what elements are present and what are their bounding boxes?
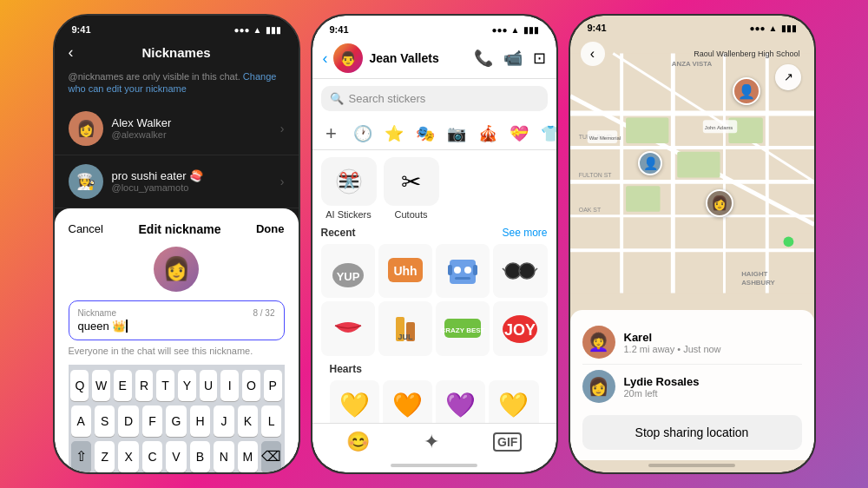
key-g[interactable]: G <box>166 406 186 437</box>
face-nav-icon[interactable]: 😊 <box>346 431 370 453</box>
svg-text:OAK ST: OAK ST <box>578 207 601 213</box>
recent-sticker-tab[interactable]: 🕐 <box>351 122 375 146</box>
sticker-search-bar[interactable]: 🔍 Search stickers <box>321 86 548 111</box>
key-r[interactable]: R <box>135 370 154 401</box>
hearts-title: Hearts <box>330 363 539 375</box>
svg-text:YUP: YUP <box>336 270 359 283</box>
back-button[interactable]: ‹ <box>69 43 74 62</box>
key-v[interactable]: V <box>166 441 186 472</box>
key-m[interactable]: M <box>238 441 258 472</box>
key-k[interactable]: K <box>238 406 258 437</box>
key-e[interactable]: E <box>114 370 132 401</box>
key-n[interactable]: N <box>214 441 233 472</box>
sticker-tab-1[interactable]: ⭐ <box>382 122 406 146</box>
key-o[interactable]: O <box>242 370 260 401</box>
sticker-joy[interactable]: JOY <box>493 301 547 355</box>
svg-text:JOY: JOY <box>504 321 536 339</box>
key-q[interactable]: Q <box>70 370 89 401</box>
cutouts-category[interactable]: ✂ Cutouts <box>384 157 439 220</box>
time-2: 9:41 <box>330 24 349 35</box>
sticker-crazy[interactable]: CRAZY BEST <box>436 301 490 355</box>
nickname-item-alex[interactable]: 👩 Alex Walker @alexwalker › <box>55 102 299 155</box>
sticker-tab-5[interactable]: 💝 <box>507 122 531 146</box>
key-u[interactable]: U <box>200 370 218 401</box>
home-indicator-2 <box>312 460 556 472</box>
phone-call-icon[interactable]: 📞 <box>474 49 493 68</box>
sticker-party[interactable]: JUL <box>378 301 432 355</box>
sticker-tab-4[interactable]: 🎪 <box>476 122 500 146</box>
name-karel: Karel <box>624 331 802 344</box>
see-more-button[interactable]: See more <box>502 227 547 239</box>
location-pin-3: 👩 <box>706 189 733 217</box>
key-x[interactable]: X <box>118 441 138 472</box>
nicknames-header: ‹ Nicknames <box>55 38 299 67</box>
avatar-karel: 👩‍🦱 <box>582 326 615 359</box>
key-p[interactable]: P <box>264 370 282 401</box>
key-l[interactable]: L <box>261 406 281 437</box>
key-j[interactable]: J <box>214 406 233 437</box>
signal-icons-1: ●●● ▲ ▮▮▮ <box>233 25 280 35</box>
chat-header: ‹ 👨 Jean Vallets 📞 📹 ⊡ <box>312 38 556 79</box>
back-button-chat[interactable]: ‹ <box>323 49 328 68</box>
map-back-button[interactable]: ‹ <box>581 42 605 66</box>
nickname-input-box[interactable]: Nickname 8 / 32 queen 👑 <box>69 300 285 340</box>
location-cards: 👩‍🦱 Karel 1.2 mi away • Just now 👩 Lydie… <box>570 310 814 460</box>
ai-stickers-category[interactable]: ✂️ AI Stickers <box>321 157 377 220</box>
video-call-icon[interactable]: 📹 <box>503 49 523 68</box>
edit-nickname-modal: Cancel Edit nickname Done 👩 Nickname 8 /… <box>55 208 299 472</box>
key-i[interactable]: I <box>220 370 239 401</box>
heart-1[interactable]: 💛 <box>330 380 379 424</box>
heart-2[interactable]: 🧡 <box>383 380 432 424</box>
recent-section: Recent See more YUP Uhh <box>312 227 556 423</box>
sticker-glasses[interactable] <box>493 244 547 298</box>
key-s[interactable]: S <box>95 406 115 437</box>
sticker-tab-2[interactable]: 🎭 <box>413 122 437 146</box>
map-header-overlay: ‹ Raoul Wallenberg High School <box>570 36 814 71</box>
sticker-lips[interactable] <box>321 301 375 355</box>
key-f[interactable]: F <box>142 406 162 437</box>
key-shift[interactable]: ⇧ <box>71 441 91 472</box>
heart-3[interactable]: 💜 <box>436 380 485 424</box>
sticker-robot[interactable] <box>436 244 490 298</box>
modal-header: Cancel Edit nickname Done <box>69 222 285 236</box>
text-cursor <box>126 320 128 333</box>
cancel-button[interactable]: Cancel <box>69 222 103 235</box>
key-z[interactable]: Z <box>95 441 115 472</box>
done-button[interactable]: Done <box>256 222 285 235</box>
key-c[interactable]: C <box>142 441 162 472</box>
key-h[interactable]: H <box>190 406 210 437</box>
sticker-panel: 🔍 Search stickers + 🕐 ⭐ 🎭 📷 🎪 💝 👕 <box>312 79 556 460</box>
svg-rect-8 <box>473 265 477 275</box>
sticker-tab-3[interactable]: 📷 <box>444 122 469 146</box>
heart-4[interactable]: 💛 <box>489 380 538 424</box>
stickers-screen: 9:41 ●●● ▲ ▮▮▮ ‹ 👨 Jean Vallets 📞 📹 ⊡ 🔍 <box>312 16 556 472</box>
detail-karel: 1.2 mi away • Just now <box>624 344 802 354</box>
more-options-icon[interactable]: ⊡ <box>533 49 546 68</box>
location-card-karel: 👩‍🦱 Karel 1.2 mi away • Just now <box>582 320 802 365</box>
star-nav-icon[interactable]: ✦ <box>424 431 439 453</box>
key-w[interactable]: W <box>92 370 110 401</box>
sticker-uhh[interactable]: Uhh <box>378 244 432 298</box>
signal-icon-2: ●●● <box>491 25 507 35</box>
key-y[interactable]: Y <box>178 370 196 401</box>
user-handle-sushi: @locu_yamamoto <box>112 182 280 193</box>
nicknames-title: Nicknames <box>141 45 210 60</box>
key-a[interactable]: A <box>71 406 91 437</box>
avatar-lydie: 👩 <box>582 370 615 403</box>
key-b[interactable]: B <box>190 441 210 472</box>
ai-stickers-icon: ✂️ <box>321 157 377 206</box>
gif-nav-icon[interactable]: GIF <box>493 432 522 452</box>
recent-title: Recent <box>321 227 356 239</box>
input-value[interactable]: queen 👑 <box>78 320 275 333</box>
key-d[interactable]: D <box>118 406 138 437</box>
key-t[interactable]: T <box>156 370 174 401</box>
user-name-alex: Alex Walker <box>112 116 280 129</box>
time-3: 9:41 <box>588 23 607 33</box>
key-delete[interactable]: ⌫ <box>261 441 281 472</box>
add-sticker-btn[interactable]: + <box>319 122 344 146</box>
stop-sharing-button[interactable]: Stop sharing location <box>582 415 802 450</box>
nickname-item-sushi[interactable]: 👩‍🍳 pro sushi eater 🍣 @locu_yamamoto › <box>55 155 299 208</box>
sticker-tab-6[interactable]: 👕 <box>538 122 556 146</box>
svg-rect-36 <box>626 117 668 143</box>
sticker-yup[interactable]: YUP <box>321 244 375 298</box>
